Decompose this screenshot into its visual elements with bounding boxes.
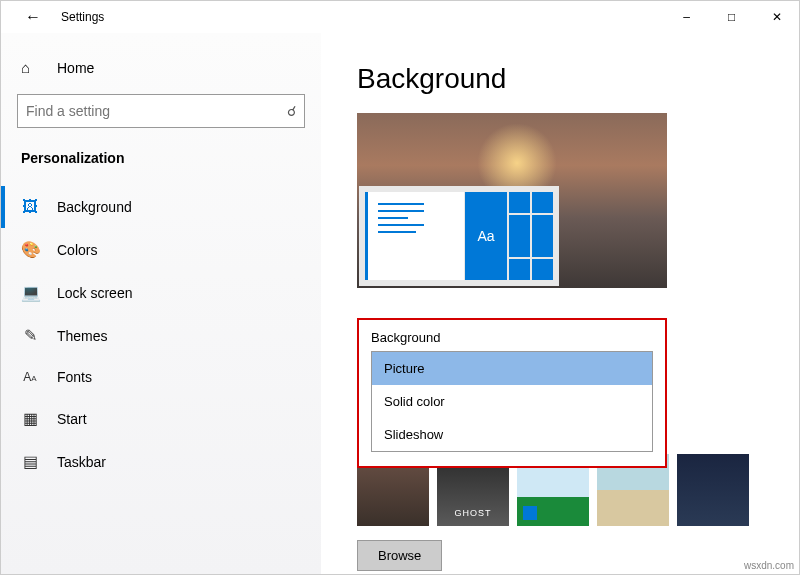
- palette-icon: 🎨: [21, 240, 39, 259]
- search-input[interactable]: [26, 103, 287, 119]
- browse-button[interactable]: Browse: [357, 540, 442, 571]
- taskbar-icon: ▤: [21, 452, 39, 471]
- browse-button-label: Browse: [378, 548, 421, 563]
- preview-tiles-icon: Aa: [465, 192, 553, 280]
- themes-icon: ✎: [21, 326, 39, 345]
- dropdown-option-label: Picture: [384, 361, 424, 376]
- close-button[interactable]: ✕: [754, 1, 799, 33]
- sidebar-item-lock-screen[interactable]: 💻 Lock screen: [1, 271, 321, 314]
- sidebar-item-label: Lock screen: [57, 285, 132, 301]
- dropdown-option-label: Slideshow: [384, 427, 443, 442]
- window-title: Settings: [61, 10, 104, 24]
- minimize-icon: –: [683, 10, 690, 24]
- sidebar-item-label: Colors: [57, 242, 97, 258]
- close-icon: ✕: [772, 10, 782, 24]
- sidebar-item-label: Fonts: [57, 369, 92, 385]
- sidebar-item-colors[interactable]: 🎨 Colors: [1, 228, 321, 271]
- settings-window: ← Settings – □ ✕ ⌂ Home ☌ Personalizatio…: [0, 0, 800, 575]
- maximize-icon: □: [728, 10, 735, 24]
- dropdown-option-solid-color[interactable]: Solid color: [372, 385, 652, 418]
- preview-aa-tile: Aa: [465, 192, 507, 280]
- dropdown-option-label: Solid color: [384, 394, 445, 409]
- sidebar-item-label: Start: [57, 411, 87, 427]
- home-label: Home: [57, 60, 94, 76]
- sidebar-item-themes[interactable]: ✎ Themes: [1, 314, 321, 357]
- dropdown-option-picture[interactable]: Picture: [372, 352, 652, 385]
- titlebar: ← Settings – □ ✕: [1, 1, 799, 33]
- sidebar-item-label: Taskbar: [57, 454, 106, 470]
- sidebar-nav: 🖼 Background 🎨 Colors 💻 Lock screen ✎ Th…: [1, 186, 321, 483]
- back-button[interactable]: ←: [17, 1, 49, 33]
- sidebar-item-taskbar[interactable]: ▤ Taskbar: [1, 440, 321, 483]
- search-icon: ☌: [287, 103, 296, 119]
- lock-screen-icon: 💻: [21, 283, 39, 302]
- sidebar-item-label: Themes: [57, 328, 108, 344]
- sidebar: ⌂ Home ☌ Personalization 🖼 Background 🎨 …: [1, 33, 321, 574]
- home-icon: ⌂: [21, 59, 39, 76]
- page-heading: Background: [357, 63, 763, 95]
- dropdown-option-slideshow[interactable]: Slideshow: [372, 418, 652, 451]
- back-arrow-icon: ←: [25, 8, 41, 26]
- preview-content-pane: [365, 192, 464, 280]
- sidebar-item-start[interactable]: ▦ Start: [1, 397, 321, 440]
- desktop-preview: Aa: [357, 113, 667, 288]
- sidebar-item-fonts[interactable]: AA Fonts: [1, 357, 321, 397]
- start-tiles-icon: ▦: [21, 409, 39, 428]
- picture-icon: 🖼: [21, 198, 39, 216]
- fonts-icon: AA: [21, 370, 39, 384]
- preview-sample-window: Aa: [359, 186, 559, 286]
- sidebar-group-title: Personalization: [17, 150, 305, 176]
- window-controls: – □ ✕: [664, 1, 799, 33]
- home-link[interactable]: ⌂ Home: [17, 49, 305, 94]
- sidebar-item-background[interactable]: 🖼 Background: [1, 186, 321, 228]
- sidebar-item-label: Background: [57, 199, 132, 215]
- main-panel: Background Aa Background: [321, 33, 799, 574]
- background-dropdown-highlight: Background Picture Solid color Slideshow: [357, 318, 667, 468]
- search-box[interactable]: ☌: [17, 94, 305, 128]
- background-dropdown-label: Background: [371, 330, 653, 345]
- background-dropdown[interactable]: Picture Solid color Slideshow: [371, 351, 653, 452]
- content-area: ⌂ Home ☌ Personalization 🖼 Background 🎨 …: [1, 33, 799, 574]
- preview-text-lines-icon: [378, 198, 454, 238]
- picture-thumbnail[interactable]: [677, 454, 749, 526]
- watermark-text: wsxdn.com: [744, 560, 794, 571]
- minimize-button[interactable]: –: [664, 1, 709, 33]
- maximize-button[interactable]: □: [709, 1, 754, 33]
